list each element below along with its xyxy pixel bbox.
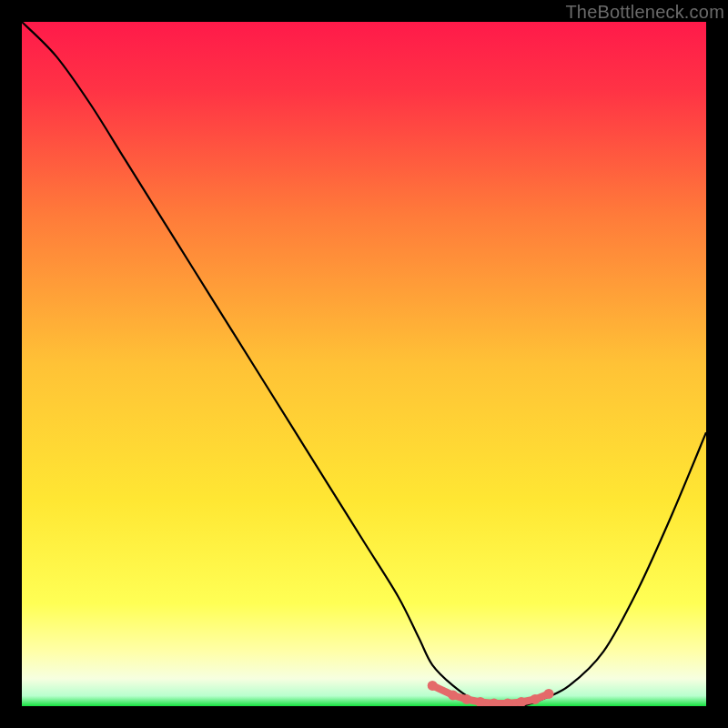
plot-area [22, 22, 706, 706]
bottleneck-curve [22, 22, 706, 706]
optimal-marker [448, 690, 458, 700]
watermark-text: TheBottleneck.com [565, 2, 724, 23]
optimal-marker [531, 694, 541, 704]
optimal-marker [544, 689, 554, 699]
optimal-marker [461, 694, 471, 704]
optimal-marker [428, 681, 438, 691]
